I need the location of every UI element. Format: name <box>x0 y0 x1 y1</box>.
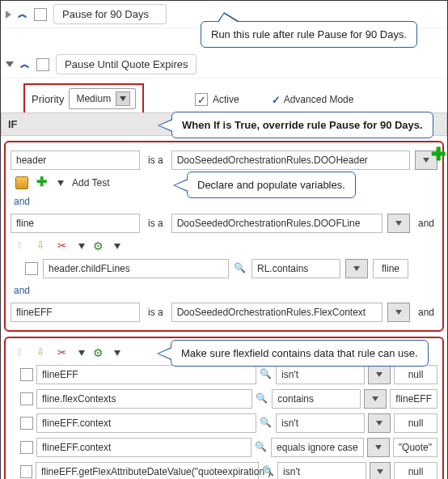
operator-dropdown[interactable] <box>364 389 387 409</box>
test-row: flineEFF.contextisn'tnull <box>9 411 439 435</box>
rule-row-pause-expire: ︽ Pause Until Quote Expires <box>1 51 447 78</box>
plus-icon[interactable]: ✚ <box>36 176 49 189</box>
flexfield-tests-block: Make sure flexfield contains data that r… <box>4 337 444 479</box>
toolbar-tests: Make sure flexfield contains data that r… <box>9 343 439 362</box>
operator-input[interactable]: isn't <box>277 462 366 479</box>
test-row: flineEFF.contextequals ignore case"Quote… <box>9 435 439 460</box>
row-select-checkbox[interactable] <box>20 368 33 381</box>
chevron-down-icon[interactable] <box>78 350 85 356</box>
cut-icon[interactable] <box>57 240 70 252</box>
row-select-checkbox[interactable] <box>25 262 38 275</box>
cut-icon[interactable] <box>57 346 70 359</box>
and-label: and <box>415 307 437 318</box>
is-a-label: is a <box>145 218 167 229</box>
test-row: fline.flexContextscontainsflineEFF <box>9 387 439 411</box>
callout-run-after: Run this rule after rule Pause for 90 Da… <box>201 21 417 48</box>
rule-name[interactable]: Pause for 90 Days <box>53 4 167 24</box>
chevron-up-icon[interactable]: ︽ <box>18 7 27 21</box>
row-select-checkbox[interactable] <box>20 465 32 478</box>
and-label: and <box>415 218 437 229</box>
chevron-down-icon[interactable] <box>114 244 120 249</box>
variable-name-input[interactable]: header <box>11 150 140 170</box>
row-select-checkbox[interactable] <box>20 392 33 405</box>
priority-select[interactable]: Medium <box>69 88 136 109</box>
search-icon[interactable] <box>262 465 274 478</box>
toolbar-edit <box>9 236 439 256</box>
operator-dropdown[interactable] <box>370 462 391 479</box>
rhs-input[interactable]: null <box>394 462 437 479</box>
paste-icon[interactable] <box>15 176 28 189</box>
search-icon[interactable] <box>234 262 247 275</box>
lhs-input[interactable]: fline.flexContexts <box>36 389 252 409</box>
operator-dropdown[interactable] <box>367 438 390 457</box>
test-row: flineEFF.getFlexAttributeDateValue("quot… <box>9 460 439 479</box>
operator-dropdown[interactable] <box>368 413 391 433</box>
rule-select-checkbox[interactable] <box>36 58 49 71</box>
chevron-down-icon[interactable] <box>114 350 120 356</box>
move-down-icon[interactable] <box>36 346 49 359</box>
operator-input[interactable]: isn't <box>276 413 365 433</box>
and-connector: and <box>9 282 439 299</box>
operator-input[interactable]: isn't <box>276 365 365 384</box>
variable-name-input[interactable]: fline <box>11 214 140 233</box>
operator-dropdown[interactable] <box>345 259 368 278</box>
check-icon: ✓ <box>272 94 281 106</box>
declare-variables-block: ✚ header is a DooSeededOrchestrationRule… <box>4 141 444 332</box>
active-checkbox[interactable]: Active <box>195 93 239 106</box>
callout-flexfield: Make sure flexfield contains data that r… <box>171 340 429 367</box>
rhs-input[interactable]: "Quote" <box>393 438 437 457</box>
lhs-input[interactable]: header.childFLines <box>43 259 229 278</box>
variable-type-input[interactable]: DooSeededOrchestrationRules.FlexContext <box>171 303 382 322</box>
operator-input[interactable]: RL.contains <box>251 259 340 278</box>
operator-input[interactable]: equals ignore case <box>271 438 364 457</box>
variable-type-input[interactable]: DooSeededOrchestrationRules.DOOHeader <box>171 150 410 170</box>
collapse-icon[interactable] <box>6 61 14 67</box>
checkbox-on-icon <box>195 93 208 106</box>
rhs-input[interactable]: fline <box>373 259 408 278</box>
chevron-down-icon[interactable] <box>78 244 85 249</box>
type-dropdown[interactable] <box>387 214 410 233</box>
move-up-icon[interactable] <box>15 240 28 252</box>
lhs-input[interactable]: flineEFF.context <box>36 438 251 457</box>
chevron-down-icon[interactable] <box>116 91 130 106</box>
rule-options: Active ✓ Advanced Mode <box>195 93 447 112</box>
rule-name[interactable]: Pause Until Quote Expires <box>56 54 197 74</box>
lhs-input[interactable]: flineEFF.context <box>36 413 256 433</box>
search-icon[interactable] <box>255 441 268 454</box>
rhs-input[interactable]: null <box>394 365 437 384</box>
priority-group: Priority Medium <box>23 83 144 114</box>
operator-dropdown[interactable] <box>368 365 391 384</box>
expand-icon[interactable] <box>6 11 11 19</box>
variable-type-input[interactable]: DooSeededOrchestrationRules.DOOFLine <box>171 214 382 233</box>
lhs-input[interactable]: flineEFF.getFlexAttributeDateValue("quot… <box>36 462 259 479</box>
variable-name-input[interactable]: flineEFF <box>11 303 140 322</box>
operator-input[interactable]: contains <box>272 389 361 409</box>
type-dropdown[interactable] <box>387 303 410 322</box>
move-up-icon[interactable] <box>15 346 28 359</box>
lhs-input[interactable]: flineEFF <box>36 365 256 384</box>
if-section-header: IF When If is True, override rule Pause … <box>1 112 447 136</box>
rhs-input[interactable]: null <box>394 413 437 433</box>
rhs-input[interactable]: flineEFF <box>390 389 437 409</box>
chevron-up-icon[interactable]: ︽ <box>20 57 30 71</box>
gear-icon[interactable] <box>93 346 106 359</box>
move-down-icon[interactable] <box>36 240 49 252</box>
pattern-row-fline: fline is a DooSeededOrchestrationRules.D… <box>9 210 439 236</box>
gear-icon[interactable] <box>93 240 106 252</box>
row-select-checkbox[interactable] <box>20 441 33 454</box>
row-select-checkbox[interactable] <box>20 417 33 430</box>
search-icon[interactable] <box>260 417 273 430</box>
rule-select-checkbox[interactable] <box>34 8 47 21</box>
test-row-childflines: header.childFLines RL.contains fline <box>9 256 439 282</box>
chevron-down-icon[interactable] <box>57 180 64 186</box>
search-icon[interactable] <box>260 368 273 381</box>
search-icon[interactable] <box>256 392 268 405</box>
pattern-row-header: header is a DooSeededOrchestrationRules.… <box>9 147 439 173</box>
callout-declare: Declare and populate variables. <box>187 172 356 198</box>
is-a-label: is a <box>145 155 167 166</box>
advanced-mode-indicator: ✓ Advanced Mode <box>272 94 354 106</box>
priority-label: Priority <box>32 93 64 105</box>
add-icon[interactable]: ✚ <box>431 144 446 165</box>
pattern-row-flineeff: flineEFF is a DooSeededOrchestrationRule… <box>9 299 439 325</box>
add-test-link[interactable]: Add Test <box>72 177 109 189</box>
